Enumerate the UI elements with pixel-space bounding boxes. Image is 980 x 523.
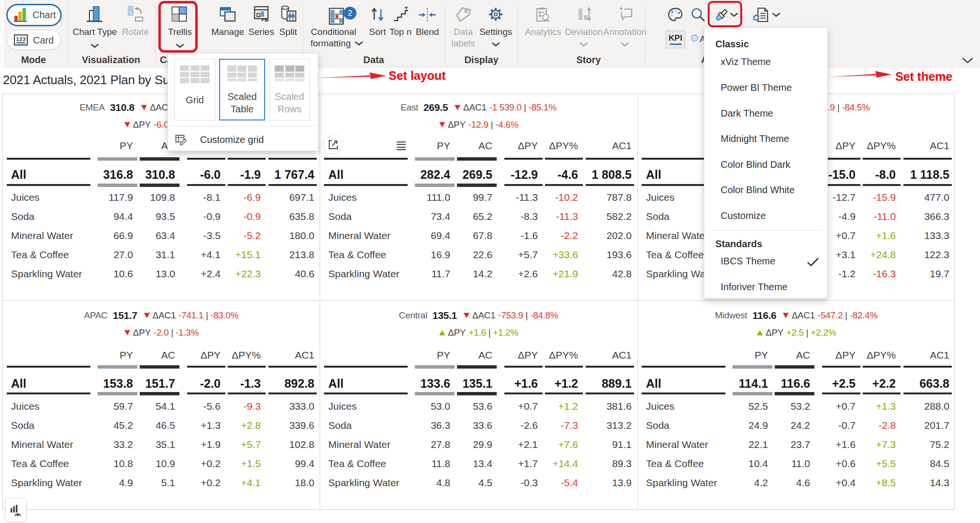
svg-text:123: 123 — [16, 36, 26, 42]
